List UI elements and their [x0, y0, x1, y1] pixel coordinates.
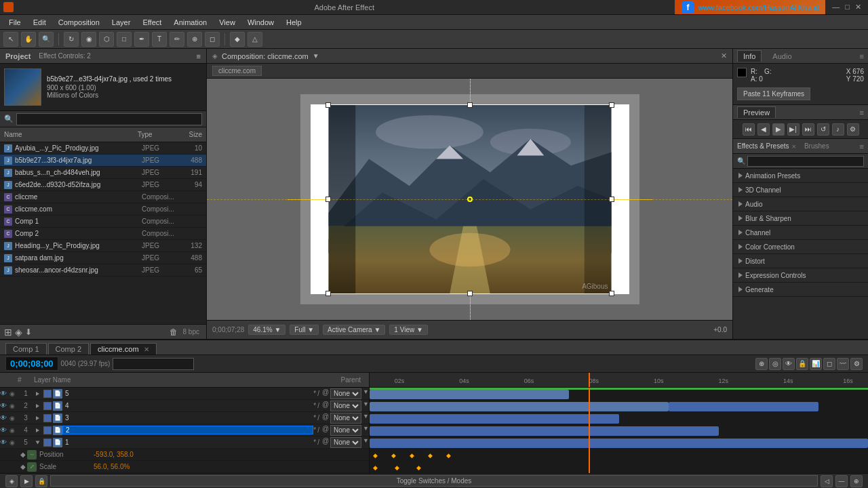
kf-pos-4[interactable]: ◆: [428, 452, 433, 459]
file-item-9[interactable]: J satpara dam.jpg JPEG 488: [0, 252, 206, 264]
brushes-tab[interactable]: Brushes: [804, 142, 829, 150]
layer-name-3[interactable]: 3: [62, 414, 313, 422]
parent-select-4[interactable]: None: [330, 425, 361, 436]
audio-btn[interactable]: ♪: [832, 123, 844, 136]
effects-tab[interactable]: Effects & Presets: [737, 142, 789, 150]
comp-breadcrumb-tab[interactable]: cliccme.com: [212, 66, 262, 76]
layer-vis-3[interactable]: 👁: [0, 414, 9, 422]
transform-handle-bc[interactable]: [467, 291, 473, 296]
timeline-tab-comp2[interactable]: Comp 2: [48, 343, 90, 354]
layer-bar-4[interactable]: [370, 426, 719, 436]
layer-ctrl-1b[interactable]: /: [317, 390, 319, 397]
kf-scl-2[interactable]: ◆: [395, 464, 399, 471]
layer-bar-2b[interactable]: [669, 402, 818, 411]
comp-header-close[interactable]: ✕: [721, 52, 727, 60]
new-comp-btn[interactable]: ◈: [15, 327, 22, 338]
position-value[interactable]: -593.0, 358.0: [94, 451, 134, 458]
info-tab[interactable]: Info: [737, 50, 762, 62]
timeline-new-comp-btn[interactable]: ⊕: [755, 358, 768, 370]
effect-group-header-6[interactable]: Distort: [733, 254, 868, 268]
layer-vis-2[interactable]: 👁: [0, 402, 9, 409]
file-item-5[interactable]: C cliccme.com Composi...: [0, 203, 206, 216]
tab-close-cliccme[interactable]: ✕: [144, 346, 149, 353]
transform-handle-bl[interactable]: [326, 291, 331, 296]
menu-window[interactable]: Window: [242, 17, 279, 28]
layer-solo-3[interactable]: ◉: [9, 415, 19, 422]
footer-btn-1[interactable]: ◈: [5, 475, 18, 487]
file-item-0[interactable]: J Ayubia_...y_Pic_Prodigy.jpg JPEG 10: [0, 142, 206, 155]
layer-expand-5[interactable]: [33, 441, 42, 445]
kf-scl-3[interactable]: ◆: [416, 464, 421, 471]
play-btn[interactable]: ▶: [772, 123, 785, 136]
loop-btn[interactable]: ↺: [817, 123, 829, 136]
menu-edit[interactable]: Edit: [28, 17, 52, 28]
layer-ctrl-3b[interactable]: /: [317, 414, 319, 422]
layer-vis-1[interactable]: 👁: [0, 390, 9, 397]
timeline-hide-btn[interactable]: 👁: [783, 358, 795, 370]
comp-header-dropdown[interactable]: ▼: [313, 52, 319, 60]
shape-tool[interactable]: △: [248, 32, 262, 47]
position-keyframe-btn[interactable]: ◆: [20, 451, 27, 458]
layer-expand-1[interactable]: [33, 392, 42, 396]
parent-select-5[interactable]: None: [330, 437, 361, 448]
window-controls[interactable]: — □ ✕: [825, 3, 868, 12]
timeline-graph-btn[interactable]: 📊: [810, 358, 822, 370]
timeline-search-input[interactable]: [113, 358, 194, 370]
transform-handle-mr[interactable]: [609, 197, 614, 202]
layer-name-1[interactable]: 5: [62, 390, 313, 397]
resolution-control[interactable]: Full ▼: [290, 325, 319, 335]
layer-name-2[interactable]: 4: [62, 402, 313, 409]
preview-menu[interactable]: ≡: [860, 108, 864, 117]
file-item-4[interactable]: C cliccme Composi...: [0, 191, 206, 203]
footer-btn-3[interactable]: 🔒: [35, 475, 47, 487]
layer-ctrl-2a[interactable]: *: [313, 402, 316, 409]
file-item-10[interactable]: J sheosar...ancor-d4dzsnr.jpg JPEG 65: [0, 264, 206, 277]
rect-tool[interactable]: □: [117, 32, 132, 47]
layer-ctrl-5a[interactable]: *: [313, 439, 316, 446]
select-tool[interactable]: ↖: [3, 32, 18, 47]
layer-ctrl-5b[interactable]: /: [317, 439, 319, 446]
layer-bar-5[interactable]: [370, 439, 868, 448]
layer-expand-4[interactable]: [33, 428, 42, 432]
menu-file[interactable]: File: [3, 17, 26, 28]
effect-group-header-4[interactable]: Channel: [733, 226, 868, 239]
composition-viewer[interactable]: AGibous: [207, 79, 732, 320]
hand-tool[interactable]: ✋: [21, 32, 36, 47]
import-btn[interactable]: ⬇: [25, 327, 32, 337]
timeline-solo-btn[interactable]: ◎: [769, 358, 781, 370]
effects-menu[interactable]: ≡: [860, 142, 864, 150]
timeline-playhead[interactable]: [589, 373, 590, 387]
layer-name-5[interactable]: 1: [62, 439, 313, 446]
effect-group-header-0[interactable]: Animation Presets: [733, 169, 868, 182]
footer-btn-2[interactable]: ▶: [20, 475, 33, 487]
effect-group-header-5[interactable]: Color Correction: [733, 240, 868, 253]
menu-effect[interactable]: Effect: [137, 17, 167, 28]
toggle-switches-modes-btn[interactable]: Toggle Switches / Modes: [50, 475, 818, 487]
transform-handle-tl[interactable]: [326, 102, 331, 108]
next-frame-btn[interactable]: ▶|: [787, 123, 800, 136]
transform-handle-ml[interactable]: [326, 197, 331, 202]
go-end-btn[interactable]: ⏭: [802, 123, 814, 136]
file-item-8[interactable]: J Heading...y_Pic_Prodigy.jpg JPEG 132: [0, 240, 206, 252]
effect-group-header-8[interactable]: Generate: [733, 283, 868, 296]
paste-keyframes-btn[interactable]: Paste 11 Keyframes: [737, 87, 810, 100]
layer-vis-5[interactable]: 👁: [0, 439, 9, 446]
settings-btn[interactable]: ⚙: [847, 123, 859, 136]
composition-frame[interactable]: AGibous: [328, 104, 612, 294]
transform-handle-tr[interactable]: [609, 102, 614, 108]
timeline-timecode[interactable]: 0;00;08;00: [5, 357, 58, 371]
pan-tool[interactable]: ⬡: [99, 32, 114, 47]
layer-bar-2[interactable]: [370, 402, 669, 411]
layer-ctrl-1a[interactable]: *: [313, 390, 316, 397]
info-panel-menu[interactable]: ≡: [860, 52, 864, 60]
clone-tool[interactable]: ⊕: [187, 32, 202, 47]
layer-expand-3[interactable]: [33, 416, 42, 420]
effect-group-header-2[interactable]: Audio: [733, 197, 868, 211]
timeline-motion-btn[interactable]: 〰: [837, 358, 849, 370]
menu-composition[interactable]: Composition: [53, 17, 105, 28]
file-item-2[interactable]: J babus_s...n_ch-d484veh.jpg JPEG 191: [0, 167, 206, 179]
layer-vis-4[interactable]: 👁: [0, 426, 9, 434]
layer-solo-4[interactable]: ◉: [9, 427, 19, 434]
layer-ctrl-4b[interactable]: /: [317, 426, 319, 434]
zoom-control[interactable]: 46.1% ▼: [248, 325, 285, 335]
